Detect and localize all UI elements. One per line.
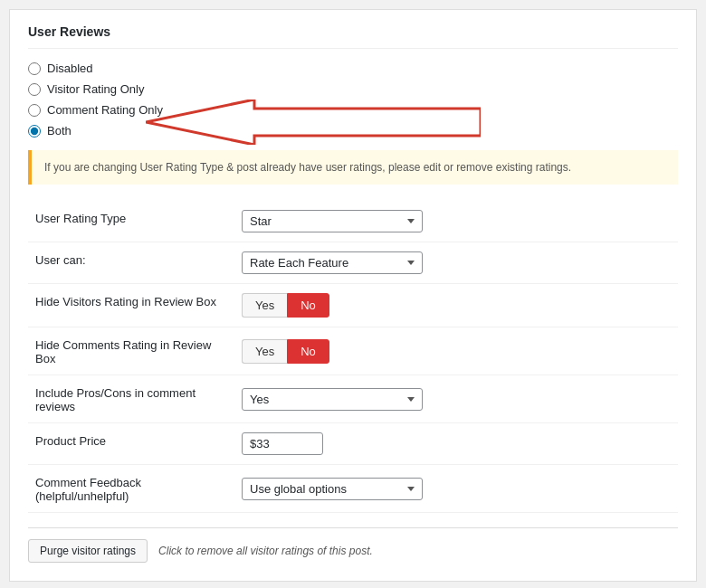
purge-visitor-ratings-button[interactable]: Purge visitor ratings [28, 539, 148, 563]
yesno-group-hide_comments_rating: YesNo [242, 339, 671, 364]
row-control-4: YesNo [227, 375, 678, 423]
panel-title: User Reviews [28, 24, 678, 49]
row-label-5: Product Price [28, 423, 227, 465]
table-row: User Rating TypeStarPercentagePoints [28, 201, 678, 242]
table-row: Include Pros/Cons in comment reviewsYesN… [28, 375, 678, 423]
row-label-0: User Rating Type [28, 201, 227, 242]
row-control-5 [227, 423, 678, 465]
radio-label-visitor-only: Visitor Rating Only [47, 82, 144, 96]
form-table: User Rating TypeStarPercentagePointsUser… [28, 201, 678, 513]
row-label-1: User can: [28, 242, 227, 284]
no-button-hide_comments_rating[interactable]: No [287, 339, 329, 364]
no-button-hide_visitors_rating[interactable]: No [287, 293, 329, 318]
yes-button-hide_comments_rating[interactable]: Yes [242, 339, 287, 364]
notice-text: If you are changing User Rating Type & p… [44, 161, 571, 174]
select-user_can[interactable]: Rate Each FeatureRate OverallBoth [242, 251, 423, 274]
row-label-6: Comment Feedback (helpful/unhelpful) [28, 465, 227, 513]
radio-disabled[interactable]: Disabled [28, 62, 678, 75]
row-control-3: YesNo [227, 327, 678, 375]
row-label-2: Hide Visitors Rating in Review Box [28, 284, 227, 327]
select-include_pros_cons[interactable]: YesNo [242, 388, 423, 411]
row-label-3: Hide Comments Rating in Review Box [28, 327, 227, 375]
row-control-6: Use global optionsEnableDisable [227, 465, 678, 513]
user-reviews-panel: User Reviews Disabled Visitor Rating Onl… [9, 9, 697, 582]
radio-label-both: Both [47, 124, 72, 138]
text-input-product_price[interactable] [242, 432, 323, 455]
row-control-1: Rate Each FeatureRate OverallBoth [227, 242, 678, 284]
radio-input-both[interactable] [28, 125, 41, 138]
radio-label-comment-only: Comment Rating Only [47, 103, 163, 117]
radio-input-comment-only[interactable] [28, 104, 41, 117]
radio-visitor-only[interactable]: Visitor Rating Only [28, 82, 678, 96]
radio-input-disabled[interactable] [28, 62, 41, 75]
radio-comment-only[interactable]: Comment Rating Only [28, 103, 678, 117]
table-row: Hide Comments Rating in Review BoxYesNo [28, 327, 678, 375]
notice-box: If you are changing User Rating Type & p… [28, 150, 678, 185]
radio-group: Disabled Visitor Rating Only Comment Rat… [28, 62, 678, 138]
table-row: Comment Feedback (helpful/unhelpful)Use … [28, 465, 678, 513]
select-comment_feedback[interactable]: Use global optionsEnableDisable [242, 478, 423, 500]
purge-description: Click to remove all visitor ratings of t… [158, 545, 373, 557]
table-row: Product Price [28, 423, 678, 465]
table-row: Hide Visitors Rating in Review BoxYesNo [28, 284, 678, 327]
radio-both[interactable]: Both [28, 124, 678, 138]
row-control-0: StarPercentagePoints [227, 201, 678, 242]
table-row: User can:Rate Each FeatureRate OverallBo… [28, 242, 678, 284]
row-control-2: YesNo [227, 284, 678, 327]
row-label-4: Include Pros/Cons in comment reviews [28, 375, 227, 423]
yesno-group-hide_visitors_rating: YesNo [242, 293, 671, 318]
radio-input-visitor-only[interactable] [28, 83, 41, 96]
yes-button-hide_visitors_rating[interactable]: Yes [242, 293, 287, 318]
footer-bar: Purge visitor ratings Click to remove al… [28, 527, 678, 563]
select-user_rating_type[interactable]: StarPercentagePoints [242, 210, 423, 232]
radio-label-disabled: Disabled [47, 62, 93, 75]
